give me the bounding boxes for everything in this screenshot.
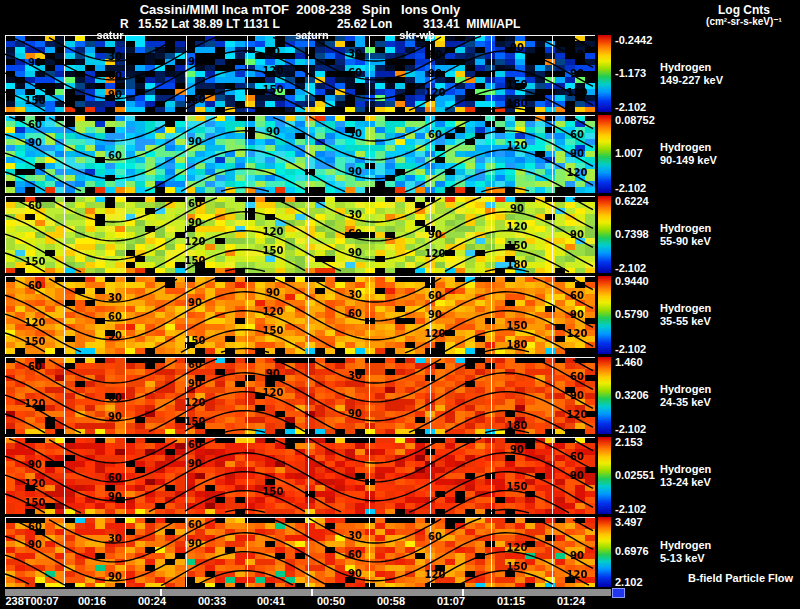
colorbar-value-bot: -2.102: [615, 343, 646, 355]
channel-species: Hydrogen: [660, 463, 711, 476]
spectrogram-panel: 3.4970.69762.102Hydrogen5-13 keVB-field …: [0, 517, 800, 587]
channel-energy-range: 149-227 keV: [660, 74, 723, 87]
event-label-satur: satur: [97, 29, 124, 41]
channel-species: Hydrogen: [660, 141, 717, 154]
spectrogram-heatmap: [5, 437, 595, 514]
colorbar-value-mid: 0.3206: [615, 389, 649, 401]
info-value-source: 313.41 MIMI/APL: [423, 17, 520, 31]
time-tick-label: 00:33: [198, 595, 226, 607]
colorbar-units-formula: (cm²-sr-s-keV)⁻¹: [690, 16, 798, 27]
spectrogram-panel: 0.94400.5790-2.102Hydrogen35-55 keV: [0, 276, 800, 354]
colorbar: [598, 517, 611, 587]
colorbar: [598, 115, 611, 193]
channel-label: Hydrogen24-35 keV: [660, 383, 711, 409]
time-axis: 238T00:0700:1600:2400:3300:4100:5000:580…: [0, 595, 800, 609]
colorbar-value-top: 0.08752: [615, 114, 655, 126]
channel-species: Hydrogen: [660, 222, 711, 235]
spectrogram-heatmap: [5, 357, 595, 434]
colorbar: [598, 196, 611, 273]
colorbar: [598, 276, 611, 354]
colorbar-value-mid: 0.5790: [615, 308, 649, 320]
colorbar: [598, 35, 611, 112]
spectrogram-panel: 1.4600.3206-2.102Hydrogen24-35 keV: [0, 357, 800, 434]
event-label-skr-wb: skr-wb: [399, 29, 434, 41]
time-tick-label: 00:16: [78, 595, 106, 607]
channel-energy-range: 13-24 keV: [660, 476, 711, 489]
channel-energy-range: 24-35 keV: [660, 396, 711, 409]
spectrogram-heatmap: [5, 196, 595, 273]
time-tick-label: 01:24: [557, 595, 585, 607]
colorbar-value-top: 0.6224: [615, 195, 649, 207]
colorbar-value-top: 2.153: [615, 436, 643, 448]
page-title: Cassini/MIMI Inca mTOF 2008-238 Spin Ion…: [5, 2, 595, 17]
colorbar: [598, 357, 611, 434]
colorbar-value-top: -0.2442: [615, 34, 652, 46]
time-tick-label: 01:15: [497, 595, 525, 607]
colorbar-units-title: Log Cnts: [690, 3, 798, 17]
colorbar-value-bot: -2.102: [615, 503, 646, 515]
colorbar-value-mid: 0.7398: [615, 228, 649, 240]
info-lon: 25.62 Lon: [337, 17, 392, 31]
channel-energy-range: 35-55 keV: [660, 315, 711, 328]
spectrogram-panel: 0.087521.007-2.102Hydrogen90-149 keV: [0, 115, 800, 193]
colorbar: [598, 437, 611, 514]
bfield-particle-flow-note: B-field Particle Flow: [688, 572, 793, 584]
channel-energy-range: 55-90 keV: [660, 235, 711, 248]
info-lat-lt: 15.52 Lat 38.89 LT 1131 L: [138, 17, 280, 31]
time-tick-label: 238T00:07: [5, 595, 58, 607]
channel-label: Hydrogen90-149 keV: [660, 141, 717, 167]
colorbar-value-bot: 2.102: [615, 576, 643, 588]
colorbar-value-top: 3.497: [615, 516, 643, 528]
time-tick-label: 00:24: [138, 595, 166, 607]
colorbar-value-top: 1.460: [615, 356, 643, 368]
colorbar-value-bot: -2.102: [615, 423, 646, 435]
spectrogram-heatmap: [5, 517, 595, 587]
spectrogram-heatmap: [5, 35, 595, 112]
channel-species: Hydrogen: [660, 539, 711, 552]
colorbar-value-bot: -2.102: [615, 182, 646, 194]
spectrogram-panel: 0.62240.7398-2.102Hydrogen55-90 keV: [0, 196, 800, 273]
spectrogram-panel: -0.2442-1.173-2.102Hydrogen149-227 keV: [0, 35, 800, 112]
colorbar-value-bot: -2.102: [615, 262, 646, 274]
spectrogram-heatmap: [5, 115, 595, 193]
colorbar-value-mid: 0.6976: [615, 545, 649, 557]
channel-energy-range: 90-149 keV: [660, 154, 717, 167]
channel-species: Hydrogen: [660, 302, 711, 315]
colorbar-value-mid: -1.173: [615, 67, 646, 79]
channel-energy-range: 5-13 keV: [660, 552, 711, 565]
time-tick-label: 00:58: [377, 595, 405, 607]
time-tick-label: 01:07: [437, 595, 465, 607]
spectrogram-panel: 2.1530.02551-2.102Hydrogen13-24 keV: [0, 437, 800, 514]
channel-label: Hydrogen35-55 keV: [660, 302, 711, 328]
colorbar-value-mid: 1.007: [615, 147, 643, 159]
channel-species: Hydrogen: [660, 61, 723, 74]
time-tick-label: 00:41: [257, 595, 285, 607]
channel-species: Hydrogen: [660, 383, 711, 396]
event-label-saturn: saturn: [295, 29, 329, 41]
channel-label: Hydrogen55-90 keV: [660, 222, 711, 248]
colorbar-value-mid: 0.02551: [615, 469, 655, 481]
channel-label: Hydrogen13-24 keV: [660, 463, 711, 489]
colorbar-value-top: 0.9440: [615, 275, 649, 287]
time-tick-label: 00:50: [317, 595, 345, 607]
channel-label: Hydrogen5-13 keV: [660, 539, 711, 565]
spectrogram-heatmap: [5, 276, 595, 354]
channel-label: Hydrogen149-227 keV: [660, 61, 723, 87]
colorbar-value-bot: -2.102: [615, 101, 646, 113]
